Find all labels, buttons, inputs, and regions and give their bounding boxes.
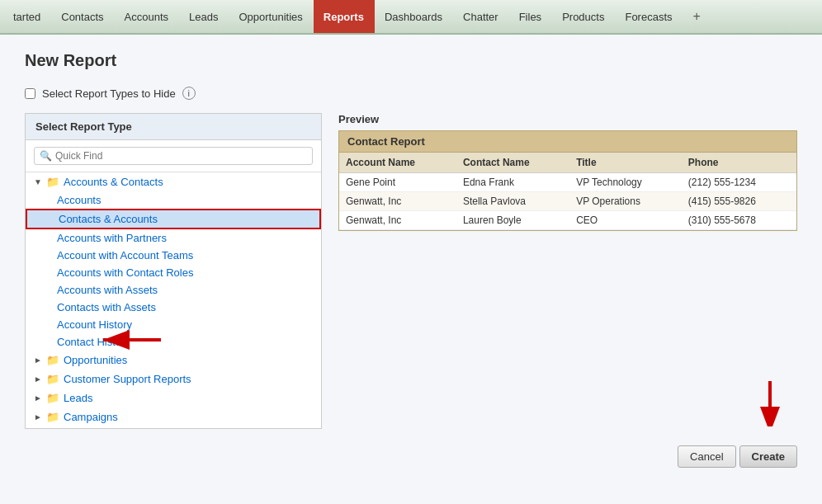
sub-item-0-4[interactable]: Accounts with Contact Roles bbox=[26, 264, 321, 281]
create-button[interactable]: Create bbox=[739, 445, 797, 468]
preview-cell-2-1: Lauren Boyle bbox=[456, 211, 569, 230]
nav-item-leads[interactable]: Leads bbox=[179, 0, 229, 33]
preview-cell-0-1: Edna Frank bbox=[456, 173, 569, 192]
folder-icon: 📁 bbox=[46, 176, 59, 188]
top-navigation: tartedContactsAccountsLeadsOpportunities… bbox=[0, 0, 822, 35]
preview-row-1: Genwatt, IncStella PavlovaVP Operations(… bbox=[339, 192, 796, 211]
nav-item-accounts[interactable]: Accounts bbox=[115, 0, 179, 33]
sub-item-0-0[interactable]: Accounts bbox=[26, 191, 321, 209]
preview-col-contact-name: Contact Name bbox=[456, 153, 569, 173]
sub-item-0-7[interactable]: Account History bbox=[26, 316, 321, 333]
folder-item-3[interactable]: ►📁Leads bbox=[26, 389, 321, 407]
preview-cell-0-0: Gene Point bbox=[339, 173, 456, 192]
preview-row-2: Genwatt, IncLauren BoyleCEO(310) 555-567… bbox=[339, 211, 796, 230]
preview-panel: Preview Contact Report Account NameConta… bbox=[338, 113, 797, 231]
sub-item-0-3[interactable]: Account with Account Teams bbox=[26, 247, 321, 264]
sub-item-0-8[interactable]: Contact History bbox=[26, 333, 321, 351]
preview-cell-0-2: VP Technology bbox=[569, 173, 682, 192]
expand-icon: ► bbox=[34, 374, 42, 384]
folder-label: Accounts & Contacts bbox=[64, 176, 163, 188]
preview-cell-2-2: CEO bbox=[569, 211, 682, 230]
hide-report-types-label: Select Report Types to Hide bbox=[42, 87, 176, 100]
sub-item-0-2[interactable]: Accounts with Partners bbox=[26, 229, 321, 247]
info-icon[interactable]: i bbox=[182, 87, 196, 100]
nav-item-opportunities[interactable]: Opportunities bbox=[229, 0, 313, 33]
folder-icon: 📁 bbox=[46, 373, 59, 385]
nav-item-dashboards[interactable]: Dashboards bbox=[375, 0, 453, 33]
expand-icon: ► bbox=[34, 356, 42, 365]
left-panel: Select Report Type 🔍 ▼📁Accounts & Contac… bbox=[25, 113, 322, 429]
expand-icon: ► bbox=[34, 393, 42, 403]
left-panel-header: Select Report Type bbox=[26, 114, 321, 140]
preview-table-wrap: Contact Report Account NameContact NameT… bbox=[338, 130, 797, 231]
preview-table: Account NameContact NameTitlePhone Gene … bbox=[339, 153, 796, 230]
cancel-button[interactable]: Cancel bbox=[678, 445, 735, 468]
preview-cell-2-3: (310) 555-5678 bbox=[682, 211, 796, 230]
folder-label: Leads bbox=[64, 392, 92, 404]
nav-item-reports[interactable]: Reports bbox=[314, 0, 375, 33]
hide-report-types-checkbox[interactable] bbox=[25, 88, 35, 99]
preview-col-title: Title bbox=[569, 153, 682, 173]
preview-table-title: Contact Report bbox=[339, 131, 796, 153]
folder-icon: 📁 bbox=[46, 392, 59, 404]
tree-list[interactable]: ▼📁Accounts & ContactsAccountsContacts & … bbox=[26, 172, 321, 428]
nav-item-files[interactable]: Files bbox=[509, 0, 552, 33]
search-input-wrap: 🔍 bbox=[34, 147, 313, 165]
folder-item-5[interactable]: ►📁Activities bbox=[26, 426, 321, 428]
preview-cell-2-0: Genwatt, Inc bbox=[339, 211, 456, 230]
preview-header: Preview bbox=[338, 113, 797, 125]
sub-item-0-5[interactable]: Accounts with Assets bbox=[26, 281, 321, 299]
preview-cell-1-3: (415) 555-9826 bbox=[682, 192, 796, 211]
preview-cell-0-3: (212) 555-1234 bbox=[682, 173, 796, 192]
preview-row-0: Gene PointEdna FrankVP Technology(212) 5… bbox=[339, 173, 796, 192]
bottom-row: Cancel Create bbox=[25, 445, 797, 468]
main-panel: Select Report Type 🔍 ▼📁Accounts & Contac… bbox=[25, 113, 797, 429]
sub-item-0-1[interactable]: Contacts & Accounts bbox=[26, 209, 321, 229]
folder-item-1[interactable]: ►📁Opportunities bbox=[26, 351, 321, 370]
nav-item-products[interactable]: Products bbox=[552, 0, 615, 33]
hide-report-types-row: Select Report Types to Hide i bbox=[25, 87, 797, 100]
search-box: 🔍 bbox=[26, 140, 321, 172]
preview-cell-1-0: Genwatt, Inc bbox=[339, 192, 456, 211]
search-input[interactable] bbox=[55, 150, 307, 162]
page-content: New Report Select Report Types to Hide i… bbox=[0, 35, 822, 484]
expand-icon: ► bbox=[34, 412, 42, 422]
search-icon: 🔍 bbox=[40, 150, 52, 162]
folder-label: Campaigns bbox=[64, 411, 118, 423]
nav-item--[interactable]: + bbox=[683, 0, 711, 33]
folder-label: Opportunities bbox=[64, 354, 127, 366]
folder-item-4[interactable]: ►📁Campaigns bbox=[26, 407, 321, 426]
nav-item-forecasts[interactable]: Forecasts bbox=[615, 0, 683, 33]
nav-item-chatter[interactable]: Chatter bbox=[453, 0, 509, 33]
nav-item-tarted[interactable]: tarted bbox=[3, 0, 51, 33]
preview-cell-1-2: VP Operations bbox=[569, 192, 682, 211]
preview-col-phone: Phone bbox=[682, 153, 796, 173]
folder-icon: 📁 bbox=[46, 411, 59, 423]
folder-icon: 📁 bbox=[46, 354, 59, 366]
nav-item-contacts[interactable]: Contacts bbox=[51, 0, 114, 33]
preview-col-account-name: Account Name bbox=[339, 153, 456, 173]
sub-item-0-6[interactable]: Contacts with Assets bbox=[26, 299, 321, 316]
folder-item-2[interactable]: ►📁Customer Support Reports bbox=[26, 370, 321, 389]
page-title: New Report bbox=[25, 51, 797, 70]
expand-icon: ▼ bbox=[34, 177, 42, 186]
folder-item-0[interactable]: ▼📁Accounts & Contacts bbox=[26, 172, 321, 191]
folder-label: Customer Support Reports bbox=[64, 373, 191, 385]
preview-cell-1-1: Stella Pavlova bbox=[456, 192, 569, 211]
